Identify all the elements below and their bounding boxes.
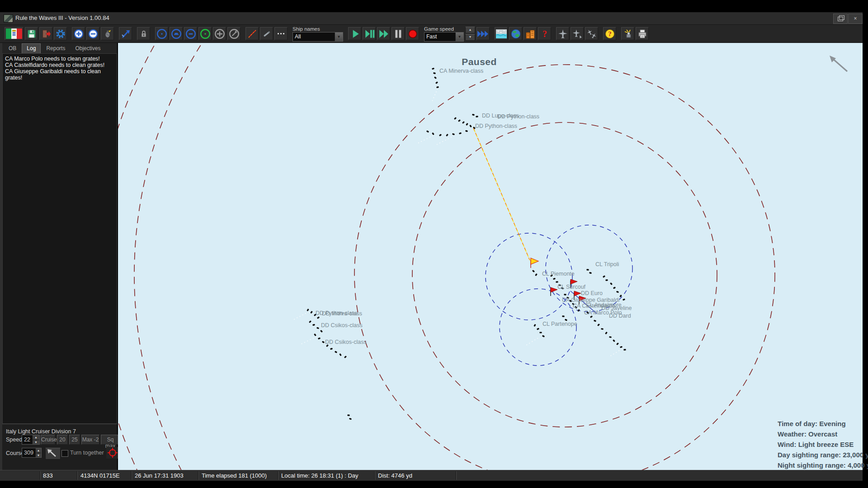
range-circle-green-button[interactable] — [198, 27, 212, 40]
log-panel[interactable]: CA Marco Polo needs to clean grates!CA C… — [2, 53, 117, 424]
ship-marker[interactable] — [623, 349, 626, 351]
ship-marker[interactable] — [589, 272, 592, 274]
ship-marker[interactable] — [458, 119, 461, 122]
intel-red-question-button[interactable]: ? — [538, 27, 551, 40]
dropdown-arrow-icon[interactable]: ▼ — [455, 33, 463, 41]
ship-marker[interactable] — [435, 81, 438, 84]
ship-marker[interactable] — [542, 335, 545, 337]
ship-marker[interactable] — [586, 269, 589, 270]
ship-marker[interactable] — [472, 114, 475, 116]
play-pause-button[interactable] — [363, 27, 376, 40]
ship-marker[interactable] — [537, 328, 539, 330]
ship-marker[interactable] — [330, 348, 333, 350]
dropdown-arrow-icon[interactable]: ▼ — [335, 33, 343, 41]
range-circle-ship-button[interactable] — [170, 27, 183, 40]
aircraft-mission-button[interactable] — [571, 27, 584, 40]
plot-course-arrow-button[interactable] — [119, 27, 132, 40]
ship-marker[interactable] — [610, 282, 613, 285]
zoom-out-button[interactable] — [86, 27, 99, 40]
ship-marker[interactable] — [320, 330, 323, 333]
selected-division-flag[interactable] — [531, 258, 538, 264]
ship-marker[interactable] — [316, 327, 319, 329]
exit-game-button[interactable] — [39, 27, 52, 40]
ship-marker[interactable] — [605, 279, 608, 281]
signal-lamp-button[interactable] — [621, 27, 634, 40]
ship-marker[interactable] — [446, 134, 448, 136]
ship-marker[interactable] — [562, 315, 564, 317]
help-question-button[interactable]: ? — [603, 27, 616, 40]
ship-marker[interactable] — [339, 353, 342, 356]
ship-marker[interactable] — [454, 117, 457, 120]
stop-record-button[interactable] — [406, 27, 419, 40]
ship-marker[interactable] — [620, 346, 623, 348]
ship-marker[interactable] — [609, 336, 612, 338]
division-flag-target-button[interactable] — [106, 447, 119, 459]
ship-marker[interactable] — [433, 72, 436, 74]
speed-stepper-arrows[interactable]: ▲▼ — [32, 435, 39, 444]
ship-marker[interactable] — [432, 132, 434, 135]
tactical-map[interactable]: CA Minerva-classDD Lupo-classDD Python-c… — [118, 43, 863, 470]
restore-window-button[interactable] — [833, 14, 848, 24]
ship-marker[interactable] — [476, 116, 478, 117]
ship-marker[interactable] — [322, 341, 325, 343]
ship-marker[interactable] — [309, 320, 311, 323]
ship-marker[interactable] — [465, 130, 468, 132]
ship-marker[interactable] — [594, 320, 596, 322]
save-game-button[interactable] — [25, 27, 38, 40]
fast-forward-blue-button[interactable] — [476, 27, 490, 40]
ship-marker[interactable] — [603, 275, 605, 277]
ship-marker[interactable] — [469, 125, 472, 127]
turn-together-checkbox[interactable] — [61, 450, 68, 457]
ship-marker[interactable] — [452, 133, 455, 136]
ship-marker[interactable] — [466, 123, 468, 126]
torpedo-button[interactable] — [260, 27, 273, 40]
weather-panel-button[interactable] — [495, 27, 508, 40]
ship-marker[interactable] — [564, 294, 566, 296]
italy-flag-button[interactable] — [5, 27, 24, 40]
fast-forward-button[interactable] — [377, 27, 390, 40]
speed-preset-max--2[interactable]: Max -2 — [81, 435, 99, 445]
course-stepper[interactable]: 309 ▲▼ — [22, 448, 42, 458]
ship-marker[interactable] — [590, 315, 593, 318]
close-window-button[interactable]: × — [848, 14, 863, 24]
world-map-globe-button[interactable] — [509, 27, 522, 40]
ship-marker[interactable] — [553, 278, 556, 280]
range-circle-compass-button[interactable] — [227, 27, 241, 40]
settings-gear-button[interactable] — [54, 27, 67, 40]
ship-marker[interactable] — [344, 356, 347, 358]
spin-down-icon[interactable]: ▼ — [465, 34, 475, 41]
speed-preset-20[interactable]: 20 — [57, 435, 68, 445]
sidebar-tab-ob[interactable]: OB — [4, 44, 21, 53]
speed-preset-sq-max[interactable]: Sq max — [101, 435, 120, 445]
ship-marker[interactable] — [613, 339, 615, 342]
ship-marker[interactable] — [459, 132, 462, 135]
print-button[interactable] — [636, 27, 649, 40]
ship-marker[interactable] — [616, 291, 619, 293]
range-circle-dot-button[interactable] — [155, 27, 168, 40]
aircraft-combat-button[interactable] — [585, 27, 598, 40]
ship-marker[interactable] — [601, 328, 604, 330]
range-circle-off-button[interactable] — [184, 27, 197, 40]
ship-marker[interactable] — [616, 343, 619, 345]
ship-marker[interactable] — [318, 338, 321, 340]
ship-marker[interactable] — [462, 121, 465, 124]
draw-red-line-button[interactable] — [245, 27, 259, 40]
game-speed-select[interactable]: Fast▼ — [424, 32, 464, 42]
ship-marker[interactable] — [432, 68, 434, 70]
pause-button[interactable] — [392, 27, 405, 40]
ship-marker[interactable] — [613, 286, 616, 289]
speed-preset-25[interactable]: 25 — [69, 435, 80, 445]
ship-marker[interactable] — [426, 130, 429, 132]
ship-marker[interactable] — [347, 414, 349, 416]
ship-marker[interactable] — [535, 273, 538, 276]
ship-marker[interactable] — [533, 324, 536, 327]
sidebar-tab-reports[interactable]: Reports — [42, 44, 70, 53]
ship-marker[interactable] — [556, 281, 558, 283]
ship-marker[interactable] — [312, 324, 315, 326]
game-speed-spinner[interactable]: ▲▼ — [465, 27, 475, 41]
range-circle-aircraft-button[interactable] — [213, 27, 226, 40]
ship-marker[interactable] — [597, 324, 600, 326]
speed-stepper[interactable]: 22 ▲▼ — [22, 435, 40, 445]
ship-names-select[interactable]: All▼ — [292, 32, 343, 42]
aircraft-button[interactable] — [556, 27, 569, 40]
